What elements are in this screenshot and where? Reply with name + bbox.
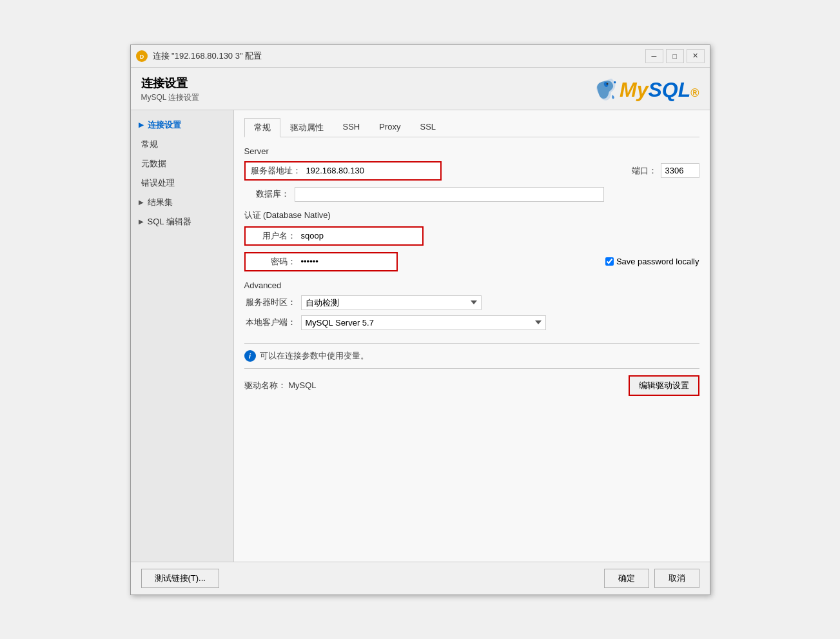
sidebar-item-label: SQL 编辑器 — [148, 216, 191, 228]
save-password-checkbox[interactable] — [605, 257, 614, 266]
password-input[interactable] — [301, 257, 391, 266]
sidebar-item-label: 连接设置 — [148, 119, 181, 131]
header-text: 连接设置 MySQL 连接设置 — [141, 75, 200, 103]
page-title: 连接设置 — [141, 75, 200, 91]
database-input[interactable] — [295, 187, 604, 202]
server-address-label: 服务器地址： — [251, 165, 301, 177]
chevron-icon: ▶ — [139, 199, 144, 206]
save-password-label: Save password locally — [616, 257, 699, 266]
dolphin-icon — [589, 75, 618, 104]
driver-row: 驱动名称： MySQL 编辑驱动设置 — [244, 368, 699, 396]
password-row: 密码： Save password locally — [244, 252, 699, 271]
database-row: 数据库： — [244, 187, 699, 202]
timezone-select[interactable]: 自动检测 UTC Asia/Shanghai — [301, 295, 482, 310]
tab-bar: 常规 驱动属性 SSH Proxy SSL — [244, 118, 699, 137]
username-label: 用户名： — [251, 230, 296, 242]
header: 连接设置 MySQL 连接设置 MySQL® — [131, 68, 710, 110]
sidebar: ▶ 连接设置 常规 元数据 错误处理 ▶ 结果集 ▶ SQL 编辑器 — [131, 110, 234, 562]
window-title: 连接 "192.168.80.130 3" 配置 — [153, 50, 640, 62]
page-subtitle: MySQL 连接设置 — [141, 92, 200, 103]
close-button[interactable]: ✕ — [687, 49, 705, 63]
sidebar-item-label: 元数据 — [141, 158, 166, 170]
database-label: 数据库： — [244, 188, 289, 200]
svg-point-3 — [607, 83, 609, 84]
footer-right-buttons: 确定 取消 — [604, 569, 699, 588]
test-connection-button[interactable]: 测试链接(T)... — [141, 569, 219, 588]
server-section-label: Server — [244, 146, 699, 156]
chevron-icon: ▶ — [139, 218, 144, 225]
mysql-my-text: My — [620, 78, 648, 101]
sidebar-item-label: 错误处理 — [141, 177, 175, 189]
mysql-logo: MySQL® — [589, 75, 699, 104]
chevron-icon: ▶ — [139, 121, 144, 128]
sidebar-item-label: 常规 — [141, 139, 158, 150]
port-input[interactable] — [661, 163, 699, 178]
server-address-row: 服务器地址： 端口： — [244, 161, 699, 181]
sidebar-item-error-handling[interactable]: 错误处理 — [131, 173, 233, 193]
tab-driver-properties[interactable]: 驱动属性 — [280, 118, 333, 137]
advanced-title: Advanced — [244, 280, 699, 290]
maximize-button[interactable]: □ — [666, 49, 684, 63]
save-password-section: Save password locally — [605, 257, 699, 266]
username-input[interactable] — [301, 231, 417, 241]
timezone-label: 服务器时区： — [244, 297, 296, 308]
tab-ssl[interactable]: SSL — [410, 118, 445, 137]
info-icon: i — [244, 350, 256, 362]
sidebar-item-label: 结果集 — [148, 197, 173, 208]
window-controls: ─ □ ✕ — [645, 49, 705, 63]
client-row: 本地客户端： MySQL Server 5.7 MySQL Server 8.0 — [244, 315, 699, 330]
sidebar-item-metadata[interactable]: 元数据 — [131, 154, 233, 173]
driver-name: 驱动名称： MySQL — [244, 380, 317, 391]
content-area: 常规 驱动属性 SSH Proxy SSL Server 服务器地址： 端口： — [234, 110, 710, 562]
auth-section: 认证 (Database Native) 用户名： 密码： — [244, 210, 699, 271]
edit-driver-button[interactable]: 编辑驱动设置 — [629, 375, 699, 396]
client-select[interactable]: MySQL Server 5.7 MySQL Server 8.0 — [301, 315, 546, 330]
password-box: 密码： — [244, 252, 398, 271]
server-address-input[interactable] — [306, 166, 435, 175]
sidebar-item-connection-settings[interactable]: ▶ 连接设置 — [131, 115, 233, 135]
main-body: ▶ 连接设置 常规 元数据 错误处理 ▶ 结果集 ▶ SQL 编辑器 — [131, 110, 710, 562]
info-row: i 可以在连接参数中使用变量。 — [244, 343, 699, 362]
tab-general[interactable]: 常规 — [244, 118, 280, 137]
cancel-button[interactable]: 取消 — [654, 569, 699, 588]
username-row: 用户名： — [244, 226, 699, 246]
driver-value: MySQL — [288, 380, 316, 390]
titlebar: D 连接 "192.168.80.130 3" 配置 ─ □ ✕ — [131, 45, 710, 68]
footer: 测试链接(T)... 确定 取消 — [131, 562, 710, 595]
app-icon: D — [136, 50, 148, 62]
sidebar-item-results[interactable]: ▶ 结果集 — [131, 193, 233, 212]
client-label: 本地客户端： — [244, 317, 296, 328]
mysql-sql-text: SQL — [648, 78, 690, 101]
ok-button[interactable]: 确定 — [604, 569, 649, 588]
advanced-section: Advanced 服务器时区： 自动检测 UTC Asia/Shanghai 本… — [244, 280, 699, 330]
username-box: 用户名： — [244, 226, 424, 246]
server-address-box: 服务器地址： — [244, 161, 442, 181]
sidebar-item-general[interactable]: 常规 — [131, 135, 233, 154]
driver-label: 驱动名称： — [244, 380, 286, 390]
tab-proxy[interactable]: Proxy — [369, 118, 410, 137]
minimize-button[interactable]: ─ — [645, 49, 663, 63]
info-text: 可以在连接参数中使用变量。 — [260, 350, 369, 362]
mysql-logo-text: MySQL® — [620, 78, 699, 102]
password-label: 密码： — [251, 256, 296, 268]
auth-title: 认证 (Database Native) — [244, 210, 699, 221]
timezone-row: 服务器时区： 自动检测 UTC Asia/Shanghai — [244, 295, 699, 310]
mysql-dot: ® — [690, 86, 699, 99]
main-window: D 连接 "192.168.80.130 3" 配置 ─ □ ✕ 连接设置 My… — [130, 44, 710, 595]
port-section: 端口： — [612, 163, 699, 178]
sidebar-item-sql-editor[interactable]: ▶ SQL 编辑器 — [131, 212, 233, 231]
svg-text:D: D — [139, 54, 144, 60]
tab-ssh[interactable]: SSH — [333, 118, 370, 137]
port-label: 端口： — [612, 165, 657, 177]
